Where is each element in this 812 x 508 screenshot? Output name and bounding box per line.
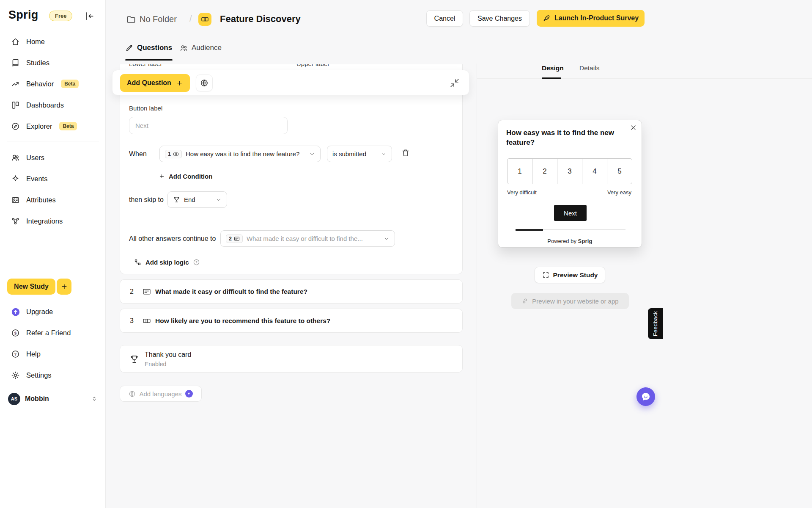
svg-text:?: ? bbox=[14, 352, 16, 356]
sidebar-item-explorer[interactable]: Explorer Beta bbox=[11, 120, 98, 132]
question-title: How likely are you to recommend this fea… bbox=[155, 317, 330, 325]
tab-audience[interactable]: Audience bbox=[180, 44, 222, 52]
thank-you-card[interactable]: Thank you card Enabled bbox=[120, 345, 463, 373]
tab-label: Questions bbox=[137, 44, 172, 52]
dropdown-value: is submitted bbox=[332, 150, 366, 157]
dropdown-value: End bbox=[184, 196, 195, 203]
rating-option-1[interactable]: 1 bbox=[508, 159, 532, 184]
sidebar-item-settings[interactable]: Settings bbox=[11, 369, 98, 381]
add-languages-button[interactable]: Add languages bbox=[120, 386, 202, 402]
breadcrumb-folder[interactable]: No Folder bbox=[140, 14, 177, 24]
globe-icon bbox=[129, 390, 136, 398]
survey-next-button[interactable]: Next bbox=[554, 205, 587, 221]
account-switcher[interactable]: AS Mobbin bbox=[4, 389, 102, 409]
help-circle-icon[interactable]: ? bbox=[193, 259, 200, 266]
add-condition-button[interactable]: Add Condition bbox=[159, 173, 212, 180]
preview-study-label: Preview Study bbox=[553, 271, 598, 279]
plan-badge: Free bbox=[49, 11, 72, 21]
sidebar-item-home[interactable]: Home bbox=[11, 36, 98, 47]
rating-option-3[interactable]: 3 bbox=[557, 159, 582, 184]
sidebar-item-label: Users bbox=[26, 154, 44, 162]
question-card-3[interactable]: 3 How likely are you to recommend this f… bbox=[120, 309, 463, 333]
new-study-label[interactable]: New Study bbox=[7, 279, 55, 295]
all-other-answers-label: All other answers continue to bbox=[129, 235, 216, 243]
languages-globe-button[interactable] bbox=[196, 75, 213, 91]
sprig-logo[interactable]: Sprig bbox=[8, 8, 38, 22]
cancel-button[interactable]: Cancel bbox=[426, 10, 463, 27]
sidebar-item-behavior[interactable]: Behavior Beta bbox=[11, 78, 98, 90]
question-title: What made it easy or difficult to find t… bbox=[155, 288, 307, 295]
sidebar: Sprig Free Home Studies Behavior Beta Da… bbox=[0, 0, 106, 508]
sidebar-item-dashboards[interactable]: Dashboards bbox=[11, 99, 98, 111]
preview-in-website-button[interactable]: Preview in your website or app bbox=[511, 293, 629, 309]
dashboards-icon bbox=[11, 101, 20, 110]
sidebar-item-integrations[interactable]: Integrations bbox=[11, 215, 98, 227]
sidebar-item-label: Attributes bbox=[26, 196, 56, 204]
sidebar-item-label: Behavior bbox=[26, 80, 54, 88]
settings-icon bbox=[11, 371, 20, 380]
rating-scale: 1 2 3 4 5 bbox=[507, 158, 632, 184]
upgrade-icon bbox=[11, 307, 20, 316]
sidebar-item-help[interactable]: ? Help bbox=[11, 348, 98, 360]
add-languages-label: Add languages bbox=[139, 390, 181, 398]
clipped-field-label: Lower label bbox=[129, 64, 162, 67]
collapse-card-icon[interactable] bbox=[450, 78, 460, 88]
delete-condition-trash-icon[interactable] bbox=[401, 148, 412, 159]
open-text-mini-icon bbox=[143, 287, 151, 296]
link-icon bbox=[521, 298, 528, 304]
chat-widget-button[interactable] bbox=[636, 387, 655, 406]
tab-questions[interactable]: Questions bbox=[125, 44, 172, 52]
rating-option-2[interactable]: 2 bbox=[532, 159, 557, 184]
tab-details[interactable]: Details bbox=[579, 64, 599, 72]
tab-design[interactable]: Design bbox=[542, 64, 564, 72]
sidebar-item-label: Explorer bbox=[26, 122, 52, 130]
rating-option-5[interactable]: 5 bbox=[607, 159, 632, 184]
button-label-input[interactable] bbox=[129, 117, 288, 134]
panel-header-divider bbox=[477, 78, 812, 79]
new-study-plus-button[interactable] bbox=[57, 279, 71, 295]
plus-icon bbox=[176, 80, 183, 87]
panel-divider bbox=[477, 64, 477, 508]
rating-option-4[interactable]: 4 bbox=[582, 159, 607, 184]
condition-question-dropdown[interactable]: 1 How easy was it to find the new featur… bbox=[159, 146, 321, 162]
skip-to-label: then skip to bbox=[129, 196, 164, 204]
sidebar-item-refer-a-friend[interactable]: $ Refer a Friend bbox=[11, 327, 98, 339]
thank-you-title: Thank you card bbox=[145, 351, 191, 359]
sidebar-item-label: Integrations bbox=[26, 217, 63, 225]
new-study-button[interactable]: New Study bbox=[7, 279, 71, 295]
question-number-pill: 1 bbox=[165, 150, 182, 158]
page-title[interactable]: Feature Discovery bbox=[220, 14, 301, 25]
open-text-mini-icon bbox=[234, 236, 240, 242]
users-icon bbox=[11, 153, 20, 162]
scale-min-label: Very difficult bbox=[507, 189, 537, 196]
launch-survey-button[interactable]: Launch In-Product Survey bbox=[537, 10, 645, 27]
refer-icon: $ bbox=[11, 329, 20, 337]
sidebar-item-events[interactable]: Events bbox=[11, 173, 98, 185]
trophy-icon bbox=[173, 196, 180, 203]
sidebar-item-users[interactable]: Users bbox=[11, 152, 98, 163]
continue-to-dropdown[interactable]: 2 What made it easy or difficult to find… bbox=[220, 230, 395, 247]
svg-text:?: ? bbox=[195, 260, 198, 264]
add-skip-logic-button[interactable]: Add skip logic ? bbox=[134, 258, 200, 266]
survey-icon bbox=[198, 13, 211, 26]
add-question-button[interactable]: Add Question bbox=[120, 74, 190, 92]
behavior-icon bbox=[11, 80, 20, 88]
account-chevrons-icon bbox=[91, 395, 98, 402]
preview-study-button[interactable]: Preview Study bbox=[535, 267, 605, 283]
sidebar-item-attributes[interactable]: Attributes bbox=[11, 194, 98, 206]
survey-progress-fill bbox=[516, 229, 543, 231]
plus-icon bbox=[60, 283, 68, 290]
question-card-2[interactable]: 2 What made it easy or difficult to find… bbox=[120, 279, 463, 304]
sidebar-item-studies[interactable]: Studies bbox=[11, 57, 98, 69]
beta-badge: Beta bbox=[59, 122, 77, 130]
design-tab-underline bbox=[542, 77, 561, 79]
close-icon[interactable] bbox=[630, 124, 637, 131]
condition-operator-dropdown[interactable]: is submitted bbox=[327, 146, 392, 162]
sidebar-item-upgrade[interactable]: Upgrade bbox=[11, 306, 98, 318]
events-icon bbox=[11, 174, 20, 183]
powered-by: Powered by Sprig bbox=[498, 238, 642, 244]
feedback-tab[interactable]: Feedback bbox=[648, 308, 663, 339]
skip-target-dropdown[interactable]: End bbox=[167, 191, 227, 208]
collapse-sidebar-icon[interactable] bbox=[84, 11, 95, 22]
save-changes-button[interactable]: Save Changes bbox=[469, 10, 530, 27]
